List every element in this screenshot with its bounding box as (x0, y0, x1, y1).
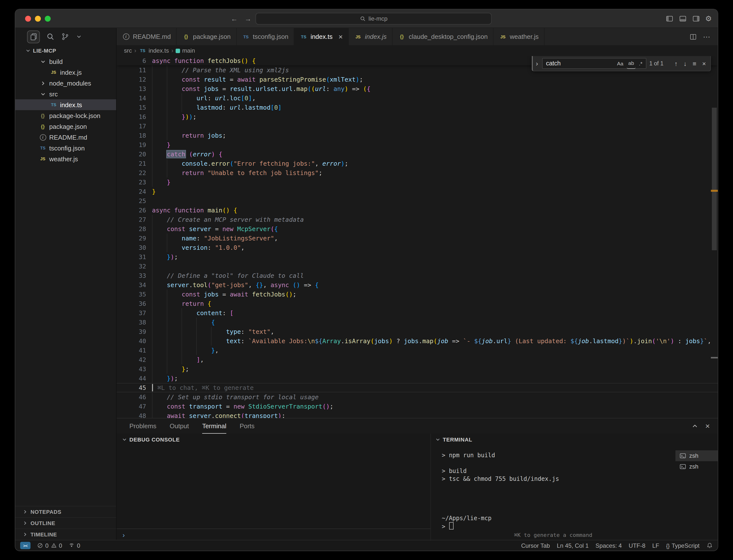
tab-index.js[interactable]: JSindex.js (349, 28, 393, 45)
scrollbar-thumb[interactable] (712, 108, 717, 250)
tab-index.ts[interactable]: TSindex.ts× (294, 28, 348, 45)
code-line-20[interactable]: 20 catch (error) { (117, 149, 718, 159)
layout-panel-icon[interactable] (679, 15, 687, 22)
tree-item-src[interactable]: src (15, 88, 116, 99)
tree-item-README.md[interactable]: iREADME.md (15, 132, 116, 143)
tree-item-node_modules[interactable]: node_modules (15, 78, 116, 88)
minimize-window-button[interactable] (35, 15, 41, 21)
find-in-selection-button[interactable]: ≡ (691, 59, 698, 68)
code-line-35[interactable]: 35 const jobs = await fetchJobs(); (117, 290, 718, 299)
close-panel-icon[interactable]: × (705, 422, 710, 430)
nav-back-icon[interactable]: ← (231, 15, 238, 22)
code-line-15[interactable]: 15 lastmod: url.lastmod[0] (117, 103, 718, 112)
sidebar-section-outline[interactable]: OUTLINE (15, 517, 116, 529)
code-line-39[interactable]: 39 type: "text", (117, 327, 718, 336)
code-line-37[interactable]: 37 content: [ (117, 308, 718, 318)
nav-forward-icon[interactable]: → (244, 15, 251, 22)
chevron-down-icon[interactable] (76, 33, 82, 40)
debug-console-header[interactable]: DEBUG CONSOLE (117, 434, 431, 445)
code-line-29[interactable]: 29 name: "JobListingsServer", (117, 234, 718, 243)
code-line-48[interactable]: 48 await server.connect(transport); (117, 411, 718, 418)
maximize-panel-icon[interactable] (691, 422, 698, 430)
code-line-32[interactable]: 32 (117, 262, 718, 271)
code-line-17[interactable]: 17 (117, 121, 718, 131)
panel-tab-terminal[interactable]: Terminal (202, 418, 226, 434)
status-indentation[interactable]: Spaces: 4 (596, 542, 622, 549)
toggle-replace-icon[interactable]: › (535, 59, 539, 68)
breadcrumb-item-index.ts[interactable]: TSindex.ts (139, 47, 169, 55)
status-ports-button[interactable]: 0 (69, 542, 80, 549)
code-line-42[interactable]: 42 ], (117, 355, 718, 364)
tree-item-index.js[interactable]: JSindex.js (15, 67, 116, 78)
explorer-tool-button[interactable] (27, 30, 40, 43)
code-line-33[interactable]: 33 // Define a "tool" for Claude to call (117, 271, 718, 280)
split-editor-icon[interactable] (689, 33, 697, 41)
code-line-23[interactable]: 23 } (117, 177, 718, 187)
find-input[interactable]: catch Aa ab .* (542, 58, 646, 69)
layout-sidebar-left-icon[interactable] (665, 15, 673, 22)
explorer-project-header[interactable]: LIE-MCP (15, 45, 116, 56)
settings-gear-icon[interactable]: ⚙ (705, 15, 712, 22)
code-editor[interactable]: 6async function fetchJobs() {11 // Parse… (117, 56, 718, 418)
code-line-13[interactable]: 13 const jobs = result.urlset.url.map((u… (117, 84, 718, 93)
close-window-button[interactable] (25, 15, 31, 21)
command-center-search[interactable]: lie-mcp (255, 13, 492, 25)
code-line-16[interactable]: 16 })); (117, 112, 718, 121)
code-line-27[interactable]: 27 // Create an MCP server with metadata (117, 215, 718, 224)
find-previous-button[interactable]: ↑ (673, 59, 679, 68)
code-line-47[interactable]: 47 const transport = new StdioServerTran… (117, 402, 718, 411)
terminal-session-zsh[interactable]: zsh (675, 450, 718, 461)
code-line-45[interactable]: 45⌘L to chat, ⌘K to generate (117, 383, 718, 392)
status-language[interactable]: {}TypeScript (666, 542, 700, 549)
sidebar-section-notepads[interactable]: NOTEPADS (15, 506, 116, 517)
panel-tab-output[interactable]: Output (170, 418, 189, 434)
code-line-30[interactable]: 30 version: "1.0.0", (117, 243, 718, 252)
tab-weather.js[interactable]: JSweather.js (494, 28, 545, 45)
more-actions-icon[interactable]: ⋯ (703, 32, 711, 41)
code-line-19[interactable]: 19 } (117, 140, 718, 149)
status-eol[interactable]: LF (652, 542, 659, 549)
find-next-button[interactable]: ↓ (682, 59, 688, 68)
regex-button[interactable]: .* (638, 58, 644, 69)
whole-word-button[interactable]: ab (627, 58, 635, 69)
tab-package.json[interactable]: {}package.json (177, 28, 237, 45)
close-tab-icon[interactable]: × (338, 33, 343, 40)
code-line-34[interactable]: 34 server.tool("get-jobs", {}, async () … (117, 280, 718, 290)
status-cursor-tab[interactable]: Cursor Tab (521, 542, 550, 549)
search-tool-icon[interactable] (46, 32, 55, 41)
find-widget[interactable]: › catch Aa ab .* 1 of 1 ↑ ↓ ≡ × (532, 56, 711, 71)
code-line-43[interactable]: 43 }; (117, 364, 718, 374)
zoom-window-button[interactable] (45, 15, 51, 21)
debug-console-input[interactable]: › (117, 529, 431, 541)
tree-item-weather.js[interactable]: JSweather.js (15, 153, 116, 164)
code-line-21[interactable]: 21 console.error("Error fetching jobs:",… (117, 159, 718, 168)
code-line-24[interactable]: 24} (117, 187, 718, 196)
code-line-46[interactable]: 46 // Set up stdio transport for local u… (117, 392, 718, 402)
code-line-28[interactable]: 28 const server = new McpServer({ (117, 224, 718, 234)
status-encoding[interactable]: UTF-8 (629, 542, 645, 549)
code-line-31[interactable]: 31 }); (117, 252, 718, 262)
tree-item-package-lock.json[interactable]: {}package-lock.json (15, 110, 116, 121)
breadcrumb-item-src[interactable]: src (124, 47, 132, 54)
terminal-session-zsh[interactable]: zsh (675, 461, 718, 472)
tree-item-package.json[interactable]: {}package.json (15, 121, 116, 132)
code-line-22[interactable]: 22 return "Unable to fetch job listings"… (117, 168, 718, 177)
code-line-36[interactable]: 36 return { (117, 299, 718, 308)
remote-indicator-button[interactable]: >< (20, 542, 30, 549)
sidebar-section-timeline[interactable]: TIMELINE (15, 529, 116, 540)
code-line-41[interactable]: 41 }, (117, 346, 718, 355)
terminal-prompt-line[interactable]: > (442, 522, 718, 530)
tab-tsconfig.json[interactable]: TStsconfig.json (237, 28, 294, 45)
breadcrumb-item-main[interactable]: main (176, 47, 195, 54)
tab-README.md[interactable]: iREADME.md (117, 28, 177, 45)
layout-sidebar-right-icon[interactable] (692, 15, 700, 22)
status-problems-button[interactable]: 0 0 (37, 542, 62, 549)
status-line-col[interactable]: Ln 45, Col 1 (557, 542, 589, 549)
code-line-25[interactable]: 25 (117, 196, 718, 206)
notifications-bell-icon[interactable] (706, 542, 713, 549)
code-line-18[interactable]: 18 return jobs; (117, 131, 718, 140)
panel-tab-problems[interactable]: Problems (129, 418, 156, 434)
tab-claude_desktop_config.json[interactable]: {}claude_desktop_config.json (393, 28, 494, 45)
tree-item-index.ts[interactable]: TSindex.ts (15, 99, 116, 110)
tree-item-build[interactable]: build (15, 56, 116, 67)
